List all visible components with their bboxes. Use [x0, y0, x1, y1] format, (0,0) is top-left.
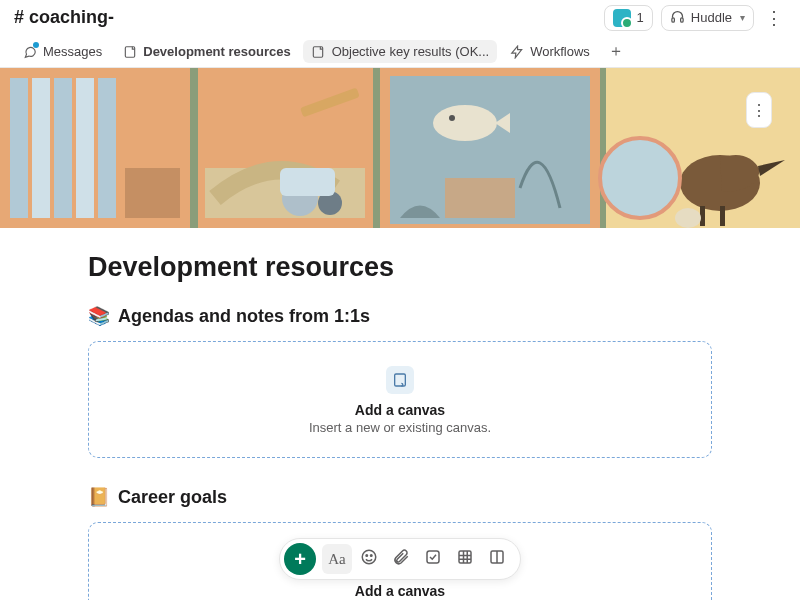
tab-label: Development resources	[143, 44, 290, 59]
huddle-label: Huddle	[691, 10, 732, 25]
svg-rect-9	[76, 78, 94, 218]
svg-rect-43	[427, 551, 439, 563]
svg-point-30	[675, 208, 701, 228]
svg-rect-10	[98, 78, 116, 218]
svg-rect-29	[720, 206, 725, 226]
svg-point-21	[433, 105, 497, 141]
add-canvas-dropzone[interactable]: Add a canvas Insert a new or existing ca…	[88, 341, 712, 458]
hero-image: ⋮	[0, 68, 800, 228]
kebab-icon: ⋮	[751, 101, 767, 120]
svg-point-41	[366, 555, 368, 557]
svg-rect-44	[459, 551, 471, 563]
channel-more-button[interactable]: ⋮	[762, 6, 786, 30]
svg-rect-7	[32, 78, 50, 218]
member-count: 1	[637, 10, 644, 25]
svg-rect-24	[445, 178, 515, 218]
plus-icon: +	[294, 548, 306, 571]
svg-rect-3	[313, 46, 322, 57]
composer-add-button[interactable]: +	[284, 543, 316, 575]
workflow-icon	[509, 44, 524, 59]
svg-rect-1	[680, 17, 683, 21]
plus-icon: ＋	[608, 42, 624, 59]
canvas-placeholder-subtitle: Insert a new or existing canvas.	[101, 420, 699, 435]
kebab-icon: ⋮	[765, 7, 783, 29]
emoji-icon	[360, 548, 378, 570]
headphones-icon	[670, 9, 685, 27]
composer-attach-button[interactable]	[386, 544, 416, 574]
canvas-placeholder-icon	[386, 366, 414, 394]
composer-format-button[interactable]: Aa	[322, 544, 352, 574]
section-heading-text: Career goals	[118, 487, 227, 508]
tab-development-resources[interactable]: Development resources	[114, 40, 298, 63]
section-heading-text: Agendas and notes from 1:1s	[118, 306, 370, 327]
books-icon: 📚	[88, 305, 110, 327]
columns-icon	[488, 548, 506, 570]
table-icon	[456, 548, 474, 570]
canvas-icon	[311, 44, 326, 59]
paperclip-icon	[392, 548, 410, 570]
svg-rect-28	[700, 206, 705, 226]
composer-table-button[interactable]	[450, 544, 480, 574]
section-career-heading: 📔 Career goals	[88, 486, 712, 508]
channel-name[interactable]: # coaching-	[14, 7, 114, 28]
add-tab-button[interactable]: ＋	[602, 39, 630, 64]
tab-label: Messages	[43, 44, 102, 59]
hero-more-button[interactable]: ⋮	[746, 92, 772, 128]
tab-label: Workflows	[530, 44, 590, 59]
svg-rect-0	[672, 17, 675, 21]
svg-point-42	[371, 555, 373, 557]
svg-rect-12	[125, 168, 180, 218]
svg-rect-17	[280, 168, 335, 196]
tab-okr[interactable]: Objective key results (OK...	[303, 40, 498, 63]
svg-point-40	[362, 550, 376, 564]
checkbox-icon	[424, 548, 442, 570]
notebook-icon: 📔	[88, 486, 110, 508]
chevron-down-icon: ▾	[740, 12, 745, 23]
presence-avatar-icon	[613, 9, 631, 27]
tab-bar: Messages Development resources Objective…	[0, 36, 800, 68]
canvas-placeholder-title: Add a canvas	[101, 583, 699, 599]
canvas-placeholder-title: Add a canvas	[101, 402, 699, 418]
svg-rect-38	[395, 374, 406, 386]
svg-point-23	[449, 115, 455, 121]
member-count-button[interactable]: 1	[604, 5, 653, 31]
tab-label: Objective key results (OK...	[332, 44, 490, 59]
section-agendas-heading: 📚 Agendas and notes from 1:1s	[88, 305, 712, 327]
composer-checklist-button[interactable]	[418, 544, 448, 574]
huddle-button[interactable]: Huddle ▾	[661, 5, 754, 31]
canvas-icon	[122, 44, 137, 59]
svg-rect-2	[125, 46, 134, 57]
svg-rect-6	[10, 78, 28, 218]
tab-messages[interactable]: Messages	[14, 40, 110, 63]
tab-workflows[interactable]: Workflows	[501, 40, 598, 63]
svg-rect-8	[54, 78, 72, 218]
messages-icon	[22, 44, 37, 59]
composer-toolbar: + Aa	[279, 538, 521, 580]
page-title: Development resources	[88, 252, 712, 283]
text-format-icon: Aa	[328, 551, 346, 568]
composer-columns-button[interactable]	[482, 544, 512, 574]
composer-emoji-button[interactable]	[354, 544, 384, 574]
